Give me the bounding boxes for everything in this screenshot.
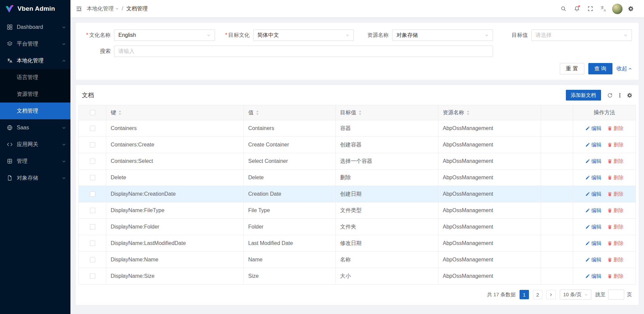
edit-button[interactable]: 编辑 (585, 207, 601, 214)
sidebar-item-dashboard[interactable]: Dashboard (0, 19, 70, 36)
pencil-icon (585, 225, 590, 229)
chevron-down-icon (62, 42, 66, 46)
delete-button[interactable]: 删除 (607, 158, 624, 165)
collapse-link[interactable]: 收起 (616, 65, 632, 72)
row-checkbox[interactable] (90, 208, 95, 213)
row-checkbox[interactable] (90, 224, 95, 230)
delete-button[interactable]: 删除 (607, 240, 624, 247)
row-checkbox[interactable] (90, 142, 95, 147)
cell-actions: 编辑 删除 (573, 202, 636, 219)
column-header-resource-name[interactable]: 资源名称 (438, 105, 541, 120)
trash-icon (607, 241, 612, 246)
settings-gear-icon[interactable] (625, 3, 637, 14)
search-icon[interactable] (558, 3, 569, 14)
chevron-right-icon (549, 293, 553, 297)
row-checkbox[interactable] (90, 191, 95, 197)
edit-button[interactable]: 编辑 (585, 273, 601, 279)
target-culture-select[interactable]: 简体中文 (253, 29, 354, 41)
row-height-icon[interactable]: I (619, 92, 621, 99)
column-settings-gear-icon[interactable] (627, 92, 633, 98)
cell-resource-name: AbpOssManagement (438, 153, 541, 170)
table-row: Containers Containers 容器 AbpOssManagemen… (79, 120, 636, 137)
chevron-down-icon (485, 33, 489, 37)
edit-button[interactable]: 编辑 (585, 125, 601, 132)
cell-resource-name: AbpOssManagement (438, 120, 541, 137)
table-row: DisplayName:FileType File Type 文件类型 AbpO… (79, 202, 636, 219)
breadcrumb-current: 文档管理 (126, 5, 148, 12)
sidebar-item-document-management[interactable]: 文档管理 (0, 103, 70, 119)
add-document-button[interactable]: 添加新文档 (566, 90, 601, 101)
query-button[interactable]: 查 询 (588, 63, 612, 74)
delete-button[interactable]: 删除 (607, 125, 624, 132)
page-button-2[interactable]: 2 (533, 290, 542, 299)
cell-key: DisplayName:Folder (106, 219, 244, 235)
target-value-select[interactable]: 请选择 (531, 29, 632, 41)
culture-name-select[interactable]: English (114, 29, 215, 41)
sidebar-item-localization-management[interactable]: 本地化管理 (0, 52, 70, 69)
user-avatar[interactable] (612, 4, 623, 14)
cell-resource-name: AbpOssManagement (438, 186, 541, 202)
cell-actions: 编辑 删除 (573, 120, 636, 137)
cell-key: DisplayName:LastModifiedDate (106, 235, 244, 252)
column-header-value[interactable]: 值 (244, 105, 336, 120)
delete-button[interactable]: 删除 (607, 191, 624, 197)
edit-button[interactable]: 编辑 (585, 191, 601, 197)
document-icon (7, 175, 13, 181)
cell-key: DisplayName:CreationDate (106, 186, 244, 202)
delete-button[interactable]: 删除 (607, 273, 624, 279)
delete-button[interactable]: 删除 (607, 207, 624, 214)
field-target-culture: *目标文化 简体中文 (222, 29, 354, 41)
edit-button[interactable]: 编辑 (585, 175, 601, 181)
next-page-button[interactable] (546, 290, 556, 299)
translate-icon[interactable]: 文A (598, 3, 609, 14)
delete-button[interactable]: 删除 (607, 142, 624, 148)
page-button-1[interactable]: 1 (520, 290, 529, 299)
edit-button[interactable]: 编辑 (585, 158, 601, 165)
delete-button[interactable]: 删除 (607, 257, 624, 263)
table-row: Containers:Select Select Container 选择一个容… (79, 153, 636, 170)
pagination-total: 共 17 条数据 (487, 292, 516, 298)
breadcrumb-parent[interactable]: 本地化管理 (87, 5, 119, 12)
row-checkbox[interactable] (90, 175, 95, 180)
refresh-icon[interactable] (607, 92, 613, 98)
sidebar-item-object-storage[interactable]: 对象存储 (0, 170, 70, 186)
edit-button[interactable]: 编辑 (585, 142, 601, 148)
fullscreen-icon[interactable] (585, 3, 596, 14)
field-search: 搜索 (83, 46, 493, 57)
notification-badge (578, 5, 580, 7)
row-checkbox[interactable] (90, 241, 95, 246)
sidebar-item-platform-management[interactable]: 平台管理 (0, 36, 70, 52)
logo[interactable]: Vben Admin (0, 0, 70, 17)
sidebar-item-management[interactable]: 管理 (0, 153, 70, 170)
top-header: 本地化管理 / 文档管理 文A (70, 0, 644, 17)
row-checkbox[interactable] (90, 257, 95, 262)
sidebar-item-resource-management[interactable]: 资源管理 (0, 86, 70, 103)
delete-button[interactable]: 删除 (607, 175, 624, 181)
table-toolbar: 文档 添加新文档 I (76, 85, 639, 105)
edit-button[interactable]: 编辑 (585, 224, 601, 230)
row-checkbox[interactable] (90, 273, 95, 279)
search-input[interactable] (118, 48, 489, 54)
row-checkbox[interactable] (90, 126, 95, 131)
menu-fold-icon[interactable] (76, 6, 82, 12)
delete-button[interactable]: 删除 (607, 224, 624, 230)
column-header-key[interactable]: 键 (106, 105, 244, 120)
cell-value: Select Container (244, 153, 336, 170)
resource-name-select[interactable]: 对象存储 (392, 29, 493, 41)
column-header-target-value[interactable]: 目标值 (336, 105, 438, 120)
edit-button[interactable]: 编辑 (585, 257, 601, 263)
table-header-row: 键 值 目标值 资源名称 (79, 105, 636, 120)
cell-blank (541, 268, 573, 285)
pencil-icon (585, 142, 590, 147)
select-all-checkbox[interactable] (90, 110, 95, 115)
sidebar-item-saas[interactable]: Saas (0, 119, 70, 136)
page-size-select[interactable]: 10 条/页 (560, 290, 591, 300)
notification-bell-icon[interactable] (571, 3, 583, 14)
jump-page-input[interactable] (608, 290, 624, 300)
field-culture-name: *文化名称 English (83, 29, 215, 41)
row-checkbox[interactable] (90, 159, 95, 164)
reset-button[interactable]: 重 置 (560, 63, 584, 74)
sidebar-item-app-gateway[interactable]: 应用网关 (0, 136, 70, 153)
sidebar-item-language-management[interactable]: 语言管理 (0, 69, 70, 86)
edit-button[interactable]: 编辑 (585, 240, 601, 247)
